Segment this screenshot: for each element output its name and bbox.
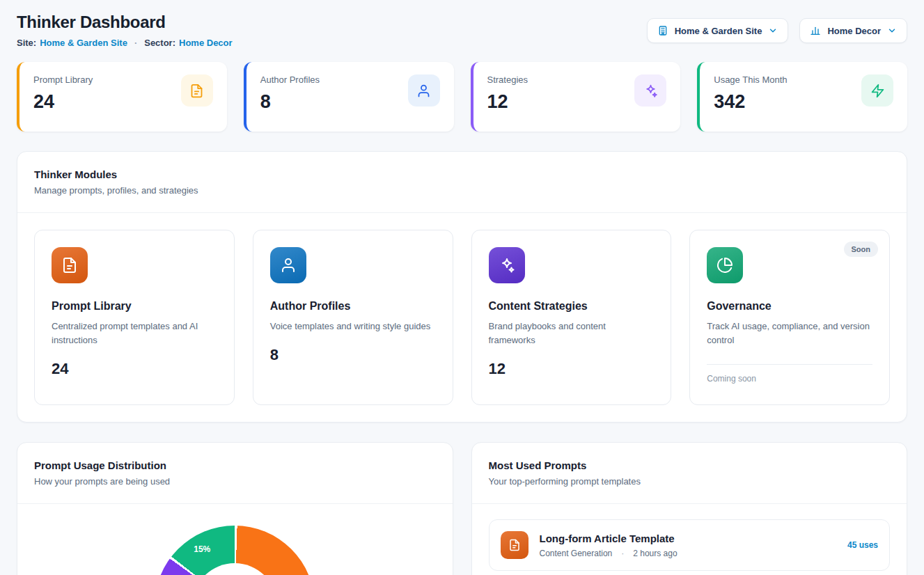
modules-section-header: Thinker Modules Manage prompts, profiles… [17, 152, 907, 213]
document-icon [52, 247, 88, 283]
module-description: Voice templates and writing style guides [270, 320, 436, 333]
separator-dot: · [134, 38, 137, 48]
sector-label: Sector: [144, 38, 175, 48]
prompt-info: Long-form Article Template Content Gener… [540, 533, 836, 558]
page-title: Thinker Dashboard [17, 13, 233, 32]
usage-panel-header: Prompt Usage Distribution How your promp… [17, 443, 453, 504]
section-subtitle: Manage prompts, profiles, and strategies [34, 185, 890, 196]
stat-value: 342 [714, 91, 787, 113]
thinker-modules-section: Thinker Modules Manage prompts, profiles… [17, 151, 907, 423]
panel-title: Prompt Usage Distribution [34, 459, 436, 471]
panel-subtitle: How your prompts are being used [34, 476, 436, 487]
sector-link[interactable]: Home Decor [179, 38, 233, 48]
lightning-icon [861, 74, 893, 107]
stat-value: 8 [260, 91, 320, 113]
stat-card-author-profiles: Author Profiles 8 [244, 62, 454, 132]
module-card-author-profiles[interactable]: Author Profiles Voice templates and writ… [253, 230, 453, 405]
header-actions: Home & Garden Site Home Decor [647, 13, 907, 43]
stat-card-usage: Usage This Month 342 [697, 62, 907, 132]
module-description: Centralized prompt templates and AI inst… [52, 320, 217, 347]
module-title: Governance [707, 300, 872, 313]
stats-row: Prompt Library 24 Author Profiles 8 Stra… [17, 62, 907, 132]
sector-selector-label: Home Decor [827, 26, 881, 36]
section-title: Thinker Modules [34, 168, 890, 180]
header-left: Thinker Dashboard Site: Home & Garden Si… [17, 13, 233, 48]
pie-chart-icon [707, 247, 743, 283]
module-count: 24 [52, 360, 217, 378]
document-icon [181, 74, 213, 107]
prompt-list: Long-form Article Template Content Gener… [472, 504, 907, 575]
prompt-title: Long-form Article Template [540, 533, 836, 544]
stat-label: Prompt Library [33, 74, 93, 85]
chevron-down-icon [768, 26, 778, 36]
module-title: Author Profiles [270, 300, 436, 313]
stat-info: Prompt Library 24 [33, 74, 93, 113]
stat-label: Author Profiles [260, 74, 320, 85]
module-card-governance[interactable]: Soon Governance Track AI usage, complian… [689, 230, 890, 405]
soon-badge: Soon [844, 242, 879, 257]
uses-badge: 45 uses [847, 540, 878, 550]
prompt-time: 2 hours ago [633, 549, 677, 558]
separator-dot: · [621, 549, 624, 558]
header: Thinker Dashboard Site: Home & Garden Si… [17, 13, 907, 48]
module-description: Brand playbooks and content frameworks [489, 320, 655, 347]
module-card-prompt-library[interactable]: Prompt Library Centralized prompt templa… [34, 230, 235, 405]
donut-hole [192, 563, 277, 575]
prompt-category: Content Generation [540, 549, 613, 558]
most-used-prompts-panel: Most Used Prompts Your top-performing pr… [471, 442, 908, 575]
bar-chart-icon [810, 25, 821, 36]
stat-info: Strategies 12 [487, 74, 528, 113]
bottom-row: Prompt Usage Distribution How your promp… [17, 442, 907, 575]
modules-grid: Prompt Library Centralized prompt templa… [17, 213, 907, 422]
user-icon [408, 74, 440, 107]
coming-soon-text: Coming soon [707, 374, 872, 384]
site-selector-dropdown[interactable]: Home & Garden Site [647, 18, 789, 43]
chevron-down-icon [887, 26, 897, 36]
breadcrumb: Site: Home & Garden Site · Sector: Home … [17, 38, 233, 48]
list-item[interactable]: Long-form Article Template Content Gener… [489, 519, 891, 571]
stat-label: Strategies [487, 74, 528, 85]
module-count: 8 [270, 346, 436, 364]
site-link[interactable]: Home & Garden Site [40, 38, 127, 48]
sparkle-icon [489, 247, 525, 283]
module-title: Content Strategies [489, 300, 655, 313]
usage-donut-chart[interactable]: 15% [155, 526, 315, 575]
stat-label: Usage This Month [714, 74, 787, 85]
module-card-content-strategies[interactable]: Content Strategies Brand playbooks and c… [471, 230, 672, 405]
usage-distribution-panel: Prompt Usage Distribution How your promp… [17, 442, 453, 575]
module-count: 12 [489, 360, 655, 378]
stat-card-prompt-library: Prompt Library 24 [17, 62, 227, 132]
stat-info: Author Profiles 8 [260, 74, 320, 113]
panel-subtitle: Your top-performing prompt templates [489, 476, 891, 487]
module-title: Prompt Library [52, 300, 217, 313]
document-icon [501, 531, 528, 559]
site-label: Site: [17, 38, 36, 48]
chart-area: 15% [17, 526, 453, 575]
building-icon [657, 25, 668, 36]
dashboard-page: Thinker Dashboard Site: Home & Garden Si… [0, 0, 924, 575]
sparkle-icon [634, 74, 666, 107]
most-used-panel-header: Most Used Prompts Your top-performing pr… [472, 443, 907, 504]
donut-segment-label: 15% [194, 544, 210, 554]
module-description: Track AI usage, compliance, and version … [707, 320, 872, 347]
stat-card-strategies: Strategies 12 [471, 62, 681, 132]
divider [707, 364, 872, 365]
sector-selector-dropdown[interactable]: Home Decor [799, 18, 907, 43]
panel-title: Most Used Prompts [489, 459, 891, 471]
site-selector-label: Home & Garden Site [675, 26, 762, 36]
stat-info: Usage This Month 342 [714, 74, 787, 113]
user-icon [270, 247, 306, 283]
stat-value: 24 [33, 91, 93, 113]
prompt-meta: Content Generation · 2 hours ago [540, 549, 836, 558]
stat-value: 12 [487, 91, 528, 113]
